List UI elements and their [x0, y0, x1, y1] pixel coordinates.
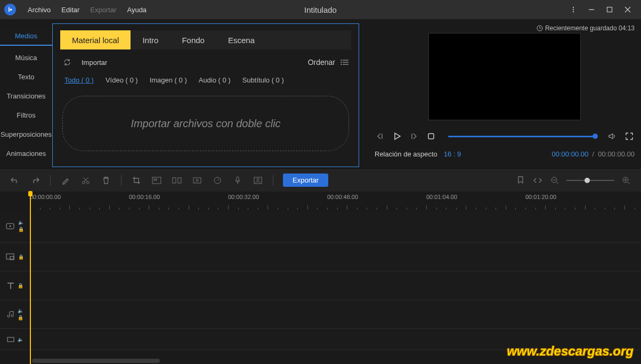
svg-rect-21 [193, 178, 201, 183]
ruler-mark: 00:01:20.00 [525, 194, 556, 200]
audio-track-icon [6, 310, 15, 319]
sidebar-item-filters[interactable]: Filtros [0, 105, 52, 125]
import-button[interactable]: Importar [82, 59, 107, 67]
lock-icon[interactable]: 🔒 [18, 227, 24, 232]
svg-point-15 [83, 181, 85, 184]
svg-point-22 [196, 179, 198, 181]
svg-rect-4 [607, 7, 612, 12]
time-current: 00:00:00.00 [552, 150, 589, 158]
crop-icon[interactable] [131, 175, 142, 186]
voice-icon[interactable] [232, 175, 243, 186]
track-audio[interactable]: 🔈🔒 [0, 300, 641, 329]
fit-icon[interactable] [532, 175, 543, 186]
menu-edit[interactable]: Editar [56, 6, 85, 14]
watermark: www.zdescargas.org [507, 344, 634, 359]
svg-rect-18 [154, 179, 157, 180]
export-button[interactable]: Exportar [283, 173, 328, 187]
time-total: 00:00:00.00 [598, 150, 635, 158]
sidebar-item-overlays[interactable]: Superposiciones [0, 125, 52, 144]
freeze-icon[interactable] [192, 175, 202, 186]
svg-point-11 [341, 62, 342, 63]
zoom-out-icon[interactable] [549, 175, 560, 186]
time-ruler[interactable]: 00:00:00.00 00:00:16.00 00:00:32.00 00:0… [30, 192, 641, 210]
next-frame-icon[interactable] [409, 131, 419, 142]
tab-intro[interactable]: Intro [131, 30, 170, 49]
svg-point-10 [341, 60, 342, 61]
ruler-mark: 00:00:16.00 [129, 194, 160, 200]
svg-rect-20 [178, 178, 181, 183]
track-text[interactable]: 🔒 [0, 271, 641, 300]
svg-line-33 [628, 182, 630, 184]
svg-rect-14 [428, 134, 434, 139]
track-video[interactable]: 🔈🔒 [0, 210, 641, 243]
ruler-mark: 00:00:48.00 [327, 194, 358, 200]
lock-icon[interactable]: 🔒 [18, 283, 23, 288]
sidebar-item-media[interactable]: Medios [0, 27, 52, 46]
fullscreen-icon[interactable] [624, 131, 635, 142]
titlebar: i• Archivo Editar Exportar Ayuda Intitul… [0, 0, 641, 19]
play-icon[interactable] [392, 131, 402, 142]
sidebar-item-animations[interactable]: Animaciones [0, 144, 52, 163]
window-title: Intitulado [304, 5, 337, 14]
mosaic-icon[interactable] [151, 175, 162, 186]
cut-icon[interactable] [80, 175, 91, 186]
video-track-icon [6, 222, 15, 230]
media-filter-row: Todo ( 0 ) Vídeo ( 0 ) Imagen ( 0 ) Audi… [64, 76, 359, 84]
filter-subtitle[interactable]: Subtítulo ( 0 ) [242, 76, 284, 84]
playhead[interactable] [30, 192, 31, 364]
zoom-in-icon[interactable] [621, 175, 631, 186]
lock-icon[interactable]: 🔒 [18, 315, 23, 320]
mute-icon[interactable]: 🔈 [18, 220, 24, 225]
sidebar-item-text[interactable]: Texto [0, 67, 52, 86]
svg-rect-37 [7, 337, 14, 342]
split-icon[interactable] [172, 175, 182, 186]
sidebar-item-music[interactable]: Música [0, 48, 52, 67]
minimize-icon[interactable] [582, 2, 601, 17]
portrait-icon[interactable] [253, 175, 263, 186]
mute-icon[interactable]: 🔈 [18, 337, 23, 342]
tab-background[interactable]: Fondo [170, 30, 216, 49]
mute-icon[interactable]: 🔈 [18, 308, 23, 313]
filter-audio[interactable]: Audio ( 0 ) [199, 76, 231, 84]
menu-file[interactable]: Archivo [22, 6, 56, 14]
horizontal-scrollbar[interactable] [32, 359, 160, 363]
sidebar-item-transitions[interactable]: Transiciones [0, 86, 52, 105]
svg-rect-19 [173, 178, 176, 183]
zoom-slider[interactable] [566, 180, 614, 181]
filter-all[interactable]: Todo ( 0 ) [64, 76, 94, 84]
stop-icon[interactable] [426, 131, 436, 142]
pip-track-icon [6, 253, 15, 261]
import-dropzone[interactable]: Importar archivos con doble clic [62, 96, 349, 151]
speed-icon[interactable] [212, 175, 223, 186]
edit-icon[interactable] [60, 175, 71, 186]
track-pip[interactable]: 🔒 [0, 243, 641, 271]
filter-image[interactable]: Imagen ( 0 ) [150, 76, 187, 84]
volume-icon[interactable] [607, 131, 618, 142]
svg-point-12 [341, 64, 342, 65]
sort-label[interactable]: Ordenar [308, 58, 335, 67]
prev-frame-icon[interactable] [375, 131, 385, 142]
delete-icon[interactable] [101, 175, 111, 186]
close-icon[interactable] [619, 2, 637, 17]
preview-progress[interactable] [448, 136, 595, 137]
more-icon[interactable] [564, 2, 582, 17]
menu-export[interactable]: Exportar [85, 6, 121, 14]
tab-scene[interactable]: Escena [216, 30, 266, 49]
svg-point-16 [87, 181, 90, 184]
undo-icon[interactable] [10, 175, 20, 186]
marker-icon[interactable] [515, 175, 526, 186]
clock-icon [537, 25, 543, 31]
refresh-icon[interactable] [63, 59, 72, 66]
svg-point-1 [573, 9, 574, 10]
aspect-value[interactable]: 16 : 9 [444, 150, 461, 158]
maximize-icon[interactable] [601, 2, 619, 17]
svg-point-26 [257, 178, 259, 180]
menu-help[interactable]: Ayuda [121, 6, 152, 14]
filter-video[interactable]: Vídeo ( 0 ) [106, 76, 138, 84]
left-sidebar: Medios Música Texto Transiciones Filtros… [0, 19, 52, 168]
app-logo: i• [4, 4, 16, 15]
sort-list-icon[interactable] [340, 59, 349, 66]
redo-icon[interactable] [30, 175, 40, 186]
lock-icon[interactable]: 🔒 [18, 254, 24, 260]
tab-local-material[interactable]: Material local [60, 30, 131, 49]
